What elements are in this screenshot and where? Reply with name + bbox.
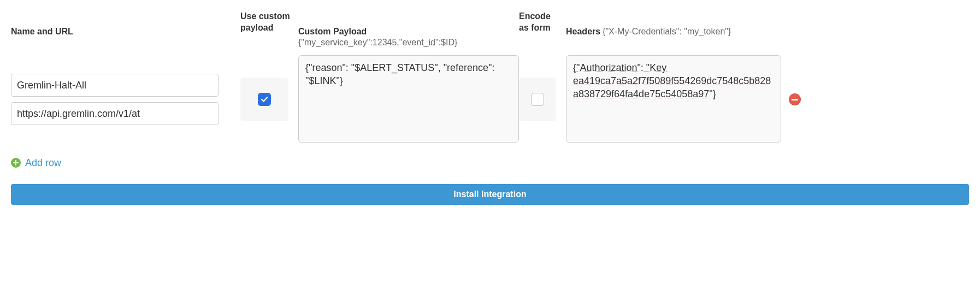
encode-as-form-checkbox[interactable]	[531, 93, 544, 106]
add-row-label: Add row	[25, 157, 61, 169]
col-header-custom-payload-hint: {"my_service_key":12345,"event_id":$ID}	[298, 38, 519, 48]
col-header-custom-payload: Custom Payload	[298, 27, 367, 36]
table-row	[11, 55, 969, 144]
col-header-use-custom: Use custom payload	[240, 11, 295, 34]
name-input[interactable]	[11, 74, 219, 97]
plus-circle-icon	[11, 158, 21, 168]
custom-payload-textarea[interactable]	[298, 55, 519, 143]
integration-config-table: Name and URL Use custom payload Custom P…	[11, 11, 969, 205]
col-header-encode-form: Encode as form	[519, 11, 563, 34]
col-header-headers-hint: {"X-My-Credentials": "my_token"}	[603, 27, 731, 36]
url-input[interactable]	[11, 102, 219, 125]
header-row: Name and URL Use custom payload Custom P…	[11, 11, 969, 48]
remove-row-button[interactable]	[789, 93, 801, 105]
use-custom-payload-checkbox[interactable]	[258, 93, 271, 106]
col-header-name-url: Name and URL	[11, 27, 73, 36]
col-header-headers: Headers	[566, 27, 600, 36]
add-row-button[interactable]: Add row	[11, 157, 969, 169]
install-integration-button[interactable]: Install Integration	[11, 184, 969, 205]
headers-textarea[interactable]	[566, 55, 781, 143]
